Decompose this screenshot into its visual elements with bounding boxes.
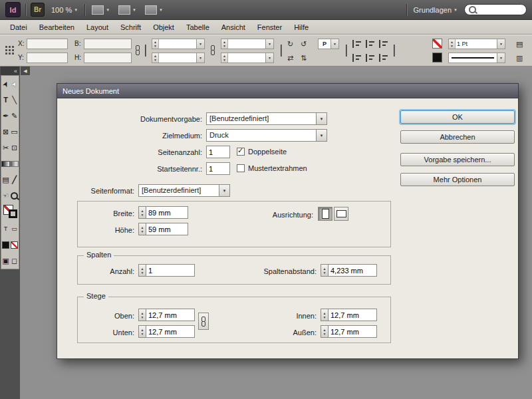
direct-selection-tool[interactable] bbox=[10, 76, 19, 92]
align-top-icon[interactable] bbox=[352, 54, 363, 62]
save-preset-button[interactable]: Vorgabe speichern... bbox=[400, 153, 515, 166]
preview-mode-button[interactable] bbox=[10, 253, 19, 269]
bridge-button[interactable]: Br bbox=[31, 3, 45, 17]
p-reference-button[interactable]: P bbox=[318, 39, 339, 49]
dokumentvorgabe-select[interactable]: [Benutzerdefiniert] bbox=[206, 112, 327, 125]
checkbox-checked-icon[interactable] bbox=[237, 148, 245, 156]
height-input[interactable] bbox=[84, 53, 132, 63]
orientation-portrait-button[interactable] bbox=[318, 207, 332, 221]
breite-input[interactable] bbox=[146, 206, 188, 219]
rotation-stepper[interactable] bbox=[221, 39, 228, 49]
panel-options-icon[interactable]: ▤ bbox=[516, 39, 523, 49]
line-tool[interactable] bbox=[10, 92, 19, 108]
doppelseite-checkbox[interactable]: Doppelseite bbox=[237, 147, 287, 156]
stege-link-button[interactable] bbox=[198, 313, 209, 330]
hoehe-stepper[interactable] bbox=[138, 223, 146, 235]
ok-button[interactable]: OK bbox=[400, 110, 515, 124]
arrange-documents-button[interactable]: ▼ bbox=[143, 4, 165, 16]
align-left-icon[interactable] bbox=[352, 40, 363, 48]
chevron-down-icon[interactable] bbox=[196, 53, 204, 63]
align-center-icon[interactable] bbox=[366, 40, 376, 48]
anzahl-stepper[interactable] bbox=[138, 264, 146, 277]
stroke-weight-combo[interactable]: 1 Pt bbox=[448, 39, 505, 49]
unten-input[interactable] bbox=[146, 325, 195, 338]
scale-y-stepper[interactable] bbox=[152, 53, 159, 63]
innen-input[interactable] bbox=[328, 309, 377, 321]
hand-tool[interactable] bbox=[1, 188, 10, 203]
checkbox-unchecked-icon[interactable] bbox=[237, 164, 245, 172]
chevron-down-icon[interactable] bbox=[331, 39, 338, 49]
stroke-color-swatch[interactable] bbox=[9, 209, 17, 218]
unten-stepper[interactable] bbox=[138, 325, 146, 338]
seitenanzahl-input[interactable] bbox=[206, 146, 230, 158]
chevron-down-icon[interactable] bbox=[497, 39, 505, 49]
aussen-stepper[interactable] bbox=[321, 325, 328, 338]
constrain-dimensions-icon[interactable] bbox=[135, 45, 140, 55]
dialog-title-bar[interactable]: Neues Dokument bbox=[57, 84, 518, 98]
cancel-button[interactable]: Abbrechen bbox=[400, 130, 515, 144]
width-input[interactable] bbox=[84, 39, 132, 49]
orientation-landscape-button[interactable] bbox=[334, 207, 348, 221]
scale-x-stepper[interactable] bbox=[152, 39, 159, 49]
shear-stepper[interactable] bbox=[221, 53, 228, 63]
chevron-down-icon[interactable] bbox=[316, 130, 327, 141]
chevron-down-icon[interactable] bbox=[219, 185, 229, 196]
menu-tabelle[interactable]: Tabelle bbox=[180, 20, 215, 34]
search-box[interactable] bbox=[464, 4, 527, 15]
menu-schrift[interactable]: Schrift bbox=[114, 20, 147, 34]
oben-stepper[interactable] bbox=[138, 309, 146, 321]
align-right-icon[interactable] bbox=[379, 40, 390, 48]
apply-none-button[interactable] bbox=[10, 237, 19, 253]
flip-vertical-icon[interactable]: ⇅ bbox=[301, 53, 307, 63]
zoom-tool[interactable] bbox=[10, 188, 19, 203]
apply-color-button[interactable] bbox=[1, 237, 10, 253]
mustertextrahmen-checkbox[interactable]: Mustertextrahmen bbox=[237, 164, 307, 173]
chevron-down-icon[interactable] bbox=[497, 53, 505, 63]
formatting-affects-text-icon[interactable] bbox=[1, 221, 10, 237]
breite-stepper[interactable] bbox=[138, 206, 146, 219]
gradient-feather-tool[interactable] bbox=[10, 156, 19, 172]
pen-tool[interactable] bbox=[1, 108, 10, 124]
formatting-affects-container-icon[interactable] bbox=[10, 221, 19, 237]
flip-horizontal-icon[interactable]: ⇄ bbox=[287, 53, 293, 63]
normal-view-mode-button[interactable] bbox=[1, 253, 10, 269]
scissors-tool[interactable] bbox=[1, 140, 10, 156]
free-transform-tool[interactable] bbox=[10, 140, 19, 156]
pencil-tool[interactable] bbox=[10, 108, 19, 124]
hoehe-input[interactable] bbox=[146, 223, 188, 235]
shear-angle-combo[interactable] bbox=[221, 53, 274, 63]
rectangle-frame-tool[interactable] bbox=[1, 124, 10, 140]
panel-collapse-arrow-icon[interactable]: ◀ bbox=[21, 66, 30, 75]
menu-objekt[interactable]: Objekt bbox=[147, 20, 180, 34]
chevron-down-icon[interactable] bbox=[265, 53, 273, 63]
scale-y-combo[interactable] bbox=[152, 53, 205, 63]
align-middle-icon[interactable] bbox=[366, 54, 376, 62]
rotation-angle-combo[interactable] bbox=[221, 39, 274, 49]
chevron-down-icon[interactable] bbox=[316, 113, 327, 124]
rectangle-tool[interactable] bbox=[10, 124, 19, 140]
scale-x-combo[interactable] bbox=[152, 39, 205, 49]
aussen-input[interactable] bbox=[328, 325, 377, 338]
menu-layout[interactable]: Layout bbox=[80, 20, 114, 34]
tools-panel-collapse-button[interactable] bbox=[1, 66, 19, 75]
zielmedium-select[interactable]: Druck bbox=[206, 129, 327, 142]
menu-fenster[interactable]: Fenster bbox=[251, 20, 288, 34]
align-bottom-icon[interactable] bbox=[379, 54, 390, 62]
seitenformat-select[interactable]: [Benutzerdefiniert] bbox=[138, 184, 230, 197]
reference-point-proxy[interactable] bbox=[5, 45, 15, 55]
gradient-tool[interactable] bbox=[1, 156, 10, 172]
note-tool[interactable] bbox=[1, 172, 10, 188]
menu-hilfe[interactable]: Hilfe bbox=[288, 20, 315, 34]
chevron-down-icon[interactable] bbox=[265, 39, 273, 49]
stroke-color-none-swatch[interactable] bbox=[432, 39, 442, 49]
y-input[interactable] bbox=[27, 53, 68, 63]
x-input[interactable] bbox=[27, 39, 68, 49]
stroke-color-black-swatch[interactable] bbox=[432, 53, 442, 63]
type-tool[interactable] bbox=[1, 92, 10, 108]
chevron-down-icon[interactable] bbox=[196, 39, 204, 49]
spaltenabstand-stepper[interactable] bbox=[321, 264, 328, 277]
screen-mode-button[interactable]: ▼ bbox=[116, 4, 138, 16]
oben-input[interactable] bbox=[146, 309, 195, 321]
stroke-weight-stepper[interactable] bbox=[449, 39, 456, 49]
view-options-button[interactable]: ▼ bbox=[90, 4, 112, 16]
